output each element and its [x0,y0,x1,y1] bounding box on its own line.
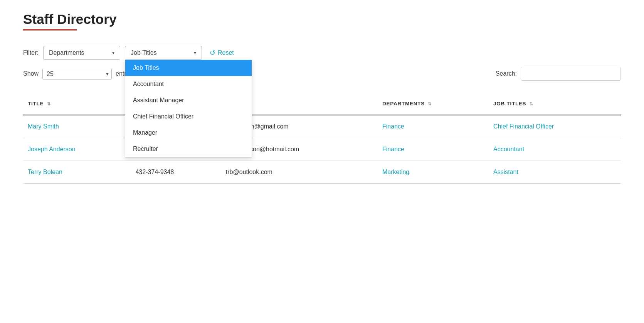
cell-name-1[interactable]: Joseph Anderson [23,138,131,161]
staff-table: TITLE ⇅ PHONENUMBER ⇅ EMAIL ⇅ DEPARTMENT… [23,92,621,184]
cell-name-0[interactable]: Mary Smith [23,115,131,138]
show-entries-select[interactable]: 10 25 50 100 [42,68,112,80]
reset-icon: ↺ [210,49,215,57]
jobtitles-dropdown-list: Job Titles Accountant Assistant Manager … [125,60,252,157]
cell-jobtitle-0[interactable]: Chief Financial Officer [489,115,621,138]
jobtitles-option-4[interactable]: Manager [125,125,252,141]
cell-dept-1[interactable]: Finance [378,138,489,161]
title-underline [23,29,77,30]
jobtitles-option-1[interactable]: Accountant [125,76,252,92]
col-title[interactable]: TITLE ⇅ [23,92,131,115]
departments-arrow-icon: ▾ [112,50,114,56]
sort-icon-dept: ⇅ [428,101,432,107]
search-label: Search: [496,70,517,77]
jobtitles-dropdown-btn[interactable]: Job Titles ▾ [125,46,202,60]
jobtitles-arrow-icon: ▾ [194,50,196,56]
table-row: Terry Bolean 432-374-9348 trb@outlook.co… [23,161,621,184]
show-select-wrapper[interactable]: 10 25 50 100 [42,68,112,80]
departments-dropdown[interactable]: Departments ▾ [43,46,120,60]
cell-jobtitle-1[interactable]: Accountant [489,138,621,161]
jobtitles-label: Job Titles [131,49,157,56]
jobtitles-dropdown[interactable]: Job Titles ▾ Job Titles Accountant Assis… [125,46,202,60]
col-jobtitles[interactable]: JOB TITLES ⇅ [489,92,621,115]
cell-email-2: trb@outlook.com [221,161,378,184]
search-input[interactable] [521,67,621,81]
sort-icon-jobtitles: ⇅ [530,101,533,107]
show-label: Show [23,70,39,77]
sort-icon-title: ⇅ [47,101,51,107]
filter-label: Filter: [23,49,39,56]
cell-jobtitle-2[interactable]: Assistant [489,161,621,184]
table-header-row: TITLE ⇅ PHONENUMBER ⇅ EMAIL ⇅ DEPARTMENT… [23,92,621,115]
cell-phone-2: 432-374-9348 [131,161,221,184]
table-row: Mary Smith 617-845-3928 marysmith@gmail.… [23,115,621,138]
reset-label: Reset [218,49,234,56]
jobtitles-option-2[interactable]: Assistant Manager [125,92,252,108]
jobtitles-option-5[interactable]: Recruiter [125,141,252,157]
cell-dept-0[interactable]: Finance [378,115,489,138]
cell-dept-2[interactable]: Marketing [378,161,489,184]
page-title: Staff Directory [23,12,621,27]
departments-label: Departments [49,49,84,56]
cell-name-2[interactable]: Terry Bolean [23,161,131,184]
reset-button[interactable]: ↺ Reset [210,49,234,57]
col-departments[interactable]: DEPARTMENTS ⇅ [378,92,489,115]
filter-row: Filter: Departments ▾ Job Titles ▾ Job T… [23,46,621,60]
departments-dropdown-btn[interactable]: Departments ▾ [43,46,120,60]
jobtitles-option-0[interactable]: Job Titles [125,60,252,76]
table-row: Joseph Anderson 432-459-2312 jo_anderson… [23,138,621,161]
jobtitles-option-3[interactable]: Chief Financial Officer [125,108,252,125]
